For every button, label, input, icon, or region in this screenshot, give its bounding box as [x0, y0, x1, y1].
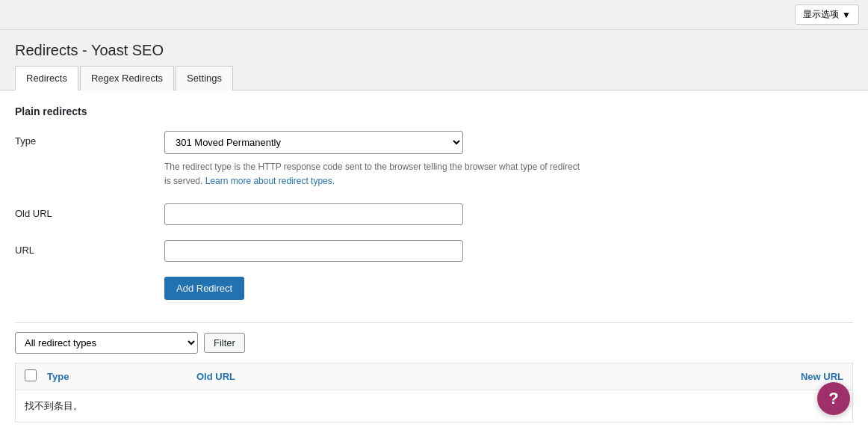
- header-checkbox-col: [25, 369, 47, 384]
- display-options-label: 显示选项: [803, 8, 839, 21]
- table-header: Type Old URL New URL: [16, 363, 852, 390]
- table-empty-message: 找不到条目。: [16, 390, 852, 422]
- url-label: URL: [15, 240, 164, 256]
- filter-type-select[interactable]: All redirect types 301 Moved Permanently…: [15, 332, 198, 354]
- add-redirect-button[interactable]: Add Redirect: [164, 277, 244, 300]
- tab-settings[interactable]: Settings: [176, 66, 233, 90]
- tabs-bar: Redirects Regex Redirects Settings: [0, 65, 868, 90]
- header-new-url[interactable]: New URL: [520, 371, 843, 382]
- content-area: Plain redirects Type 301 Moved Permanent…: [0, 90, 868, 433]
- display-options-button[interactable]: 显示选项 ▼: [795, 4, 859, 25]
- type-field: 301 Moved Permanently 302 Found 307 Temp…: [164, 131, 853, 188]
- old-url-input[interactable]: [164, 203, 463, 225]
- old-url-label: Old URL: [15, 203, 164, 219]
- header-old-url[interactable]: Old URL: [196, 371, 520, 382]
- section-title: Plain redirects: [15, 105, 853, 117]
- old-url-row: Old URL: [15, 203, 853, 225]
- help-button[interactable]: ?: [817, 382, 850, 415]
- type-row: Type 301 Moved Permanently 302 Found 307…: [15, 131, 853, 188]
- top-bar: 显示选项 ▼: [0, 0, 868, 30]
- old-url-field: [164, 203, 853, 225]
- header-type[interactable]: Type: [47, 371, 196, 382]
- help-icon: ?: [828, 389, 838, 408]
- redirects-table: Type Old URL New URL 找不到条目。: [15, 363, 853, 423]
- chevron-down-icon: ▼: [842, 10, 851, 20]
- select-all-checkbox[interactable]: [25, 369, 37, 381]
- tab-redirects[interactable]: Redirects: [15, 66, 78, 90]
- filter-button[interactable]: Filter: [204, 333, 245, 353]
- url-row: URL: [15, 240, 853, 262]
- type-label: Type: [15, 131, 164, 147]
- learn-more-link[interactable]: Learn more about redirect types.: [205, 176, 335, 186]
- type-help-text: The redirect type is the HTTP response c…: [164, 160, 583, 188]
- url-field: [164, 240, 853, 262]
- url-input[interactable]: [164, 240, 463, 262]
- page-title: Redirects - Yoast SEO: [0, 30, 868, 65]
- filter-bar: All redirect types 301 Moved Permanently…: [15, 322, 853, 360]
- type-select[interactable]: 301 Moved Permanently 302 Found 307 Temp…: [164, 131, 463, 154]
- tab-regex-redirects[interactable]: Regex Redirects: [80, 66, 174, 90]
